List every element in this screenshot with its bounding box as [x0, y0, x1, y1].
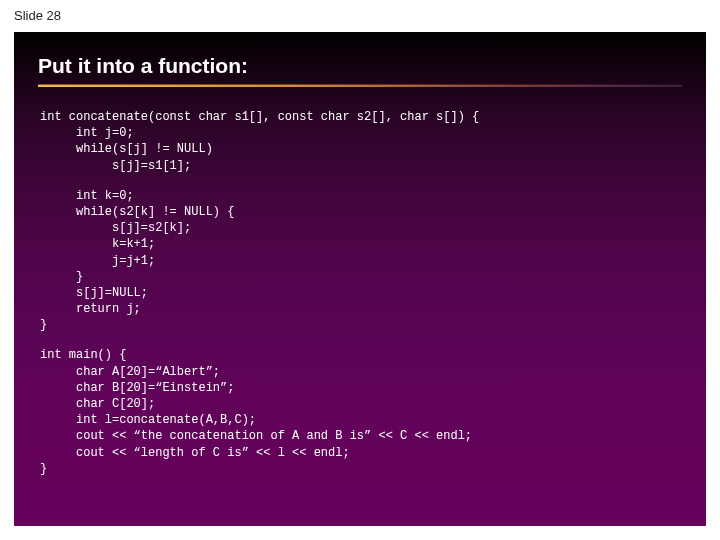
slide-title: Put it into a function: — [38, 54, 682, 82]
code-block-func-top: int concatenate(const char s1[], const c… — [14, 95, 706, 174]
slide-number-label: Slide 28 — [14, 8, 61, 23]
page: Slide 28 Put it into a function: int con… — [0, 0, 720, 540]
slide-body: Put it into a function: int concatenate(… — [14, 32, 706, 526]
title-underline — [38, 84, 682, 87]
code-block-main: int main() { char A[20]=“Albert”; char B… — [14, 333, 706, 477]
title-area: Put it into a function: — [14, 32, 706, 95]
code-block-func-bottom: int k=0; while(s2[k] != NULL) { s[j]=s2[… — [14, 174, 706, 334]
